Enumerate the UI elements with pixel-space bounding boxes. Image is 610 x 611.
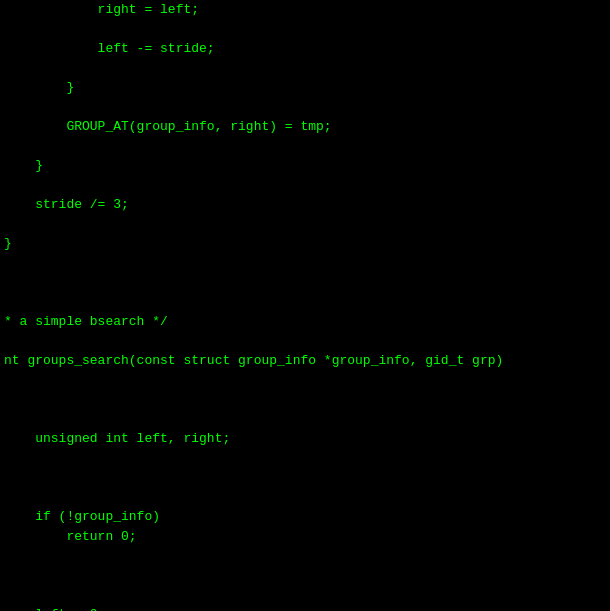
code-line: [0, 390, 610, 410]
code-line: [0, 273, 610, 293]
code-line: left = 0;: [0, 605, 610, 612]
code-line: right = left;: [0, 0, 610, 20]
code-line: [0, 566, 610, 586]
code-line: }: [0, 156, 610, 176]
code-line: * a simple bsearch */: [0, 312, 610, 332]
code-line: [0, 585, 610, 605]
code-line: [0, 488, 610, 508]
code-line: [0, 468, 610, 488]
code-line: [0, 449, 610, 469]
code-viewer: right = left; left -= stride; } GROUP_AT…: [0, 0, 610, 611]
code-line: if (!group_info): [0, 507, 610, 527]
code-line: [0, 98, 610, 118]
code-line: [0, 371, 610, 391]
code-line: }: [0, 234, 610, 254]
code-line: nt groups_search(const struct group_info…: [0, 351, 610, 371]
code-line: [0, 332, 610, 352]
code-line: left -= stride;: [0, 39, 610, 59]
code-line: GROUP_AT(group_info, right) = tmp;: [0, 117, 610, 137]
code-line: [0, 176, 610, 196]
code-line: [0, 410, 610, 430]
code-line: stride /= 3;: [0, 195, 610, 215]
code-line: [0, 293, 610, 313]
code-line: [0, 254, 610, 274]
code-line: }: [0, 78, 610, 98]
code-line: [0, 59, 610, 79]
code-line: [0, 546, 610, 566]
code-line: [0, 215, 610, 235]
code-line: unsigned int left, right;: [0, 429, 610, 449]
code-line: return 0;: [0, 527, 610, 547]
code-line: [0, 20, 610, 40]
code-block: right = left; left -= stride; } GROUP_AT…: [0, 0, 610, 611]
code-line: [0, 137, 610, 157]
